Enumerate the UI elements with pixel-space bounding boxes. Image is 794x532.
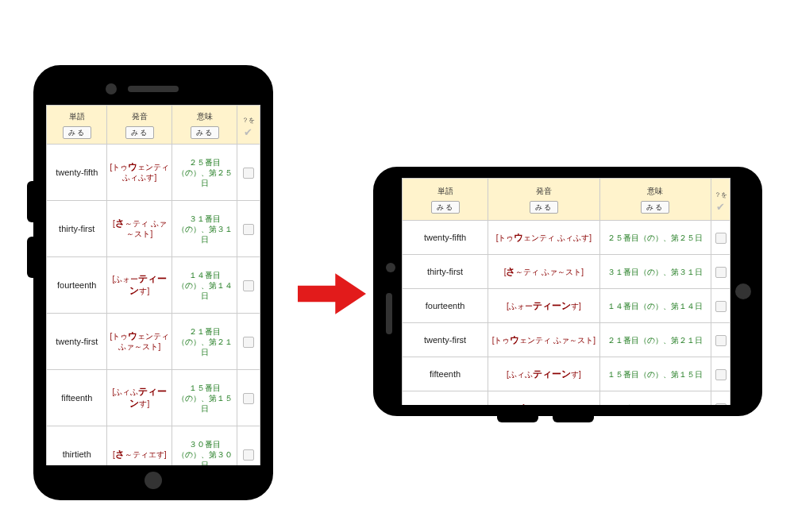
row-checkbox[interactable] xyxy=(243,168,254,179)
row-checkbox[interactable] xyxy=(715,335,727,346)
check-all-icon[interactable]: ✔ xyxy=(713,201,728,213)
check-cell xyxy=(237,201,260,257)
vocab-table-portrait: 単語 みる 発音 みる 意味 みる ？を ✔ xyxy=(46,105,260,465)
pronunciation-cell: [トゥウェンティ ふィふす] xyxy=(107,145,172,201)
row-checkbox[interactable] xyxy=(715,267,727,278)
phone-home-button xyxy=(735,283,751,299)
svg-marker-0 xyxy=(298,273,366,314)
comparison-diagram: 単語 みる 発音 みる 意味 みる ？を ✔ xyxy=(0,0,794,532)
table-row: thirtieth[さ～ティエす]３０番目（の）、第３０日 xyxy=(47,426,260,466)
check-all-icon[interactable]: ✔ xyxy=(239,126,258,138)
word-cell: fifteenth xyxy=(403,357,488,391)
check-cell xyxy=(711,255,730,289)
show-word-button[interactable]: みる xyxy=(431,201,460,214)
row-checkbox[interactable] xyxy=(715,369,727,380)
header-pron-label: 発音 xyxy=(109,111,170,122)
pronunciation-cell: [トゥウェンティ ふァ～スト] xyxy=(488,323,600,357)
meaning-cell: ２１番目（の）、第２１日 xyxy=(599,323,711,357)
header-check: ？を ✔ xyxy=(237,106,260,145)
row-checkbox[interactable] xyxy=(243,393,254,404)
table-row: fourteenth[ふォーティーンす]１４番目（の）、第１４日 xyxy=(47,257,260,314)
row-checkbox[interactable] xyxy=(715,233,727,244)
word-cell: thirtieth xyxy=(403,391,488,406)
phone-side-button xyxy=(27,181,38,222)
check-cell xyxy=(711,323,730,357)
word-cell: fourteenth xyxy=(47,257,107,314)
pronunciation-cell: [トゥウェンティ ふァ～スト] xyxy=(107,314,172,370)
word-cell: fifteenth xyxy=(47,370,107,426)
device-portrait: 単語 みる 発音 みる 意味 みる ？を ✔ xyxy=(33,65,273,500)
show-word-button[interactable]: みる xyxy=(63,126,91,139)
arrow-right-icon xyxy=(298,273,366,314)
meaning-cell: ３０番目（の）、第３０日 xyxy=(599,391,711,406)
row-checkbox[interactable] xyxy=(243,224,254,235)
table-row: fifteenth[ふィふティーンす]１５番目（の）、第１５日 xyxy=(403,357,730,391)
meaning-cell: ２５番目（の）、第２５日 xyxy=(172,145,237,201)
word-cell: twenty-first xyxy=(403,323,488,357)
vocab-table-landscape: 単語 みる 発音 みる 意味 みる ？を ✔ xyxy=(402,178,730,405)
table-row: twenty-first[トゥウェンティ ふァ～スト]２１番目（の）、第２１日 xyxy=(403,323,730,357)
header-word-label: 単語 xyxy=(404,186,486,197)
meaning-cell: ２１番目（の）、第２１日 xyxy=(172,314,237,370)
meaning-cell: １４番目（の）、第１４日 xyxy=(599,289,711,323)
table-row: thirtieth[さ～ティエす]３０番目（の）、第３０日 xyxy=(403,391,730,406)
meaning-cell: ３１番目（の）、第３１日 xyxy=(599,255,711,289)
meaning-cell: ３０番目（の）、第３０日 xyxy=(172,426,237,466)
header-word-label: 単語 xyxy=(48,111,105,122)
header-meaning: 意味 みる xyxy=(172,106,237,145)
table-row: thirty-first[さ～ティ ふァ～スト]３１番目（の）、第３１日 xyxy=(403,255,730,289)
table-row: fourteenth[ふォーティーンす]１４番目（の）、第１４日 xyxy=(403,289,730,323)
table-row: fifteenth[ふィふティーンす]１５番目（の）、第１５日 xyxy=(47,370,260,426)
row-checkbox[interactable] xyxy=(243,280,254,291)
meaning-cell: ２５番目（の）、第２５日 xyxy=(599,221,711,255)
pronunciation-cell: [ふォーティーンす] xyxy=(488,289,600,323)
screen-landscape: 単語 みる 発音 みる 意味 みる ？を ✔ xyxy=(402,178,730,405)
check-cell xyxy=(237,257,260,314)
check-cell xyxy=(711,391,730,406)
phone-earpiece xyxy=(128,86,179,92)
pronunciation-cell: [さ～ティ ふァ～スト] xyxy=(488,255,600,289)
phone-home-button xyxy=(145,472,162,489)
pronunciation-cell: [さ～ティエす] xyxy=(488,391,600,406)
header-meaning: 意味 みる xyxy=(599,179,711,221)
row-checkbox[interactable] xyxy=(243,337,254,348)
check-cell xyxy=(237,426,260,466)
check-cell xyxy=(237,370,260,426)
screen-portrait: 単語 みる 発音 みる 意味 みる ？を ✔ xyxy=(46,105,260,465)
device-landscape: 単語 みる 発音 みる 意味 みる ？を ✔ xyxy=(373,167,762,416)
header-pron-label: 発音 xyxy=(490,186,598,197)
word-cell: thirtieth xyxy=(47,426,107,466)
pronunciation-cell: [ふィふティーンす] xyxy=(488,357,600,391)
word-cell: twenty-fifth xyxy=(47,145,107,201)
phone-side-button xyxy=(553,411,594,422)
meaning-cell: １４番目（の）、第１４日 xyxy=(172,257,237,314)
meaning-cell: ３１番目（の）、第３１日 xyxy=(172,201,237,257)
meaning-cell: １５番目（の）、第１５日 xyxy=(172,370,237,426)
header-meaning-label: 意味 xyxy=(602,186,710,197)
row-checkbox[interactable] xyxy=(715,301,727,312)
header-word: 単語 みる xyxy=(403,179,488,221)
check-cell xyxy=(711,221,730,255)
word-cell: fourteenth xyxy=(403,289,488,323)
show-pron-button[interactable]: みる xyxy=(125,126,154,139)
row-checkbox[interactable] xyxy=(243,449,254,461)
word-cell: thirty-first xyxy=(403,255,488,289)
phone-side-button xyxy=(27,237,38,278)
table-row: thirty-first[さ～ティ ふァ～スト]３１番目（の）、第３１日 xyxy=(47,201,260,257)
check-cell xyxy=(237,145,260,201)
meaning-cell: １５番目（の）、第１５日 xyxy=(599,357,711,391)
word-cell: thirty-first xyxy=(47,201,107,257)
check-cell xyxy=(711,357,730,391)
show-pron-button[interactable]: みる xyxy=(530,201,558,214)
show-meaning-button[interactable]: みる xyxy=(191,126,219,139)
table-row: twenty-fifth[トゥウェンティ ふィふす]２５番目（の）、第２５日 xyxy=(403,221,730,255)
check-cell xyxy=(711,289,730,323)
show-meaning-button[interactable]: みる xyxy=(641,201,669,214)
word-cell: twenty-first xyxy=(47,314,107,370)
row-checkbox[interactable] xyxy=(715,403,727,405)
header-pron: 発音 みる xyxy=(488,179,600,221)
table-row: twenty-fifth[トゥウェンティ ふィふす]２５番目（の）、第２５日 xyxy=(47,145,260,201)
phone-camera-dot xyxy=(106,83,117,94)
check-cell xyxy=(237,314,260,370)
header-check: ？を ✔ xyxy=(711,179,730,221)
